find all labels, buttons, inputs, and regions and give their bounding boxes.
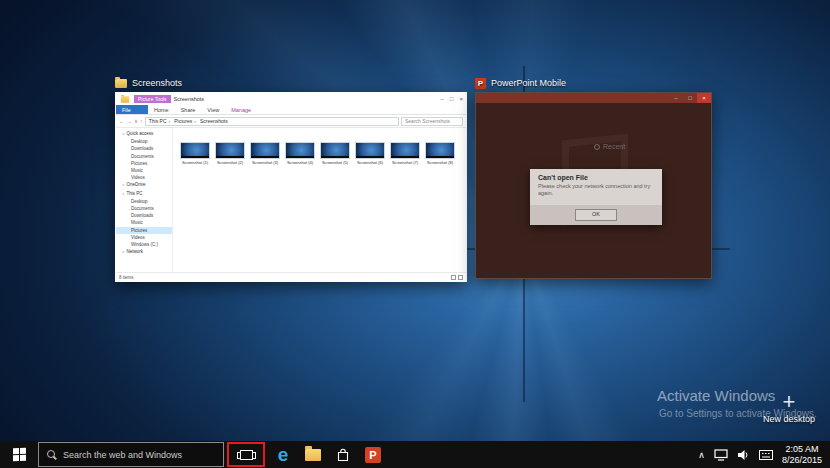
file-name: Screenshot (5) — [319, 160, 351, 165]
sidebar-item-pc-desktop[interactable]: Desktop — [116, 198, 172, 205]
sidebar-item-network[interactable]: Network — [116, 248, 172, 256]
clock-time: 2:05 AM — [782, 444, 822, 455]
edge-taskbar-button[interactable]: e — [268, 441, 298, 468]
sidebar-item-pc-pictures[interactable]: Pictures — [116, 227, 172, 234]
dropdown-icon[interactable]: ∨ — [134, 118, 138, 124]
tab-share[interactable]: Share — [175, 105, 202, 114]
sidebar-item-downloads[interactable]: Downloads — [116, 145, 172, 152]
breadcrumb[interactable]: This PC Pictures Screenshots — [145, 117, 399, 126]
file-thumbnail — [425, 142, 455, 159]
sidebar-item-videos[interactable]: Videos — [116, 174, 172, 181]
tab-file[interactable]: File — [116, 105, 148, 114]
new-desktop-label: New desktop — [754, 414, 824, 424]
close-icon[interactable]: × — [459, 96, 463, 102]
network-icon[interactable] — [714, 449, 728, 461]
tab-manage[interactable]: Manage — [225, 105, 257, 114]
file-thumbnail — [180, 142, 210, 159]
edge-icon: e — [278, 445, 289, 464]
file-item[interactable]: Screenshot (5) — [319, 142, 351, 165]
taskview-window-explorer[interactable]: Screenshots Picture Tools Screenshots – … — [115, 76, 467, 282]
sidebar-item-pc-documents[interactable]: Documents — [116, 205, 172, 212]
sidebar-item-pictures[interactable]: Pictures — [116, 160, 172, 167]
picture-tools-tab[interactable]: Picture Tools — [134, 95, 171, 103]
file-name: Screenshot (3) — [249, 160, 281, 165]
forward-icon[interactable]: → — [127, 118, 133, 124]
tab-view[interactable]: View — [201, 105, 225, 114]
file-thumbnail — [215, 142, 245, 159]
file-name: Screenshot (6) — [354, 160, 386, 165]
clock-date: 8/26/2015 — [782, 455, 822, 466]
sidebar-item-windows-c[interactable]: Windows (C:) — [116, 241, 172, 248]
breadcrumb-this-pc[interactable]: This PC — [149, 118, 172, 124]
taskview-window-header: P PowerPoint Mobile — [475, 76, 712, 90]
nav-arrows: ← → ∨ ↑ — [119, 118, 143, 124]
taskbar: Search the web and Windows e P ∧ — [0, 441, 830, 468]
sidebar-item-music[interactable]: Music — [116, 167, 172, 174]
explorer-status-bar: 8 items — [116, 272, 466, 281]
explorer-window-thumbnail[interactable]: Picture Tools Screenshots – □ × File Hom… — [115, 92, 467, 282]
plus-icon: + — [754, 392, 824, 412]
file-item[interactable]: Screenshot (1) — [179, 142, 211, 165]
new-desktop-button[interactable]: + New desktop — [754, 392, 824, 424]
file-item[interactable]: Screenshot (6) — [354, 142, 386, 165]
taskview-window-powerpoint[interactable]: P PowerPoint Mobile – □ × Recent Can't o… — [475, 76, 712, 279]
details-view-icon[interactable] — [451, 275, 456, 280]
ok-button[interactable]: OK — [575, 209, 617, 221]
file-thumbnail — [250, 142, 280, 159]
task-view-icon — [240, 450, 253, 460]
sidebar-item-onedrive[interactable]: OneDrive — [116, 181, 172, 189]
maximize-icon[interactable]: □ — [450, 96, 454, 102]
windows-logo-icon — [13, 448, 26, 462]
file-item[interactable]: Screenshot (2) — [214, 142, 246, 165]
touch-keyboard-icon[interactable] — [759, 450, 773, 460]
file-explorer-taskbar-button[interactable] — [298, 441, 328, 468]
powerpoint-taskbar-button[interactable]: P — [358, 441, 388, 468]
hidden-icons-chevron[interactable]: ∧ — [698, 450, 705, 460]
maximize-icon[interactable]: □ — [683, 93, 697, 103]
sidebar-item-documents[interactable]: Documents — [116, 153, 172, 160]
sidebar-item-quick-access[interactable]: Quick access — [116, 130, 172, 138]
file-item[interactable]: Screenshot (8) — [424, 142, 456, 165]
start-button[interactable] — [0, 441, 38, 468]
store-taskbar-button[interactable] — [328, 441, 358, 468]
sidebar-item-this-pc[interactable]: This PC — [116, 190, 172, 198]
file-item[interactable]: Screenshot (7) — [389, 142, 421, 165]
file-item[interactable]: Screenshot (4) — [284, 142, 316, 165]
thumbnail-view-icon[interactable] — [458, 275, 463, 280]
file-explorer-icon — [305, 449, 321, 461]
up-icon[interactable]: ↑ — [140, 118, 143, 124]
folder-icon — [115, 79, 127, 88]
error-dialog: Can't open File Please check your networ… — [530, 169, 662, 225]
error-dialog-button-row: OK — [530, 205, 662, 225]
desktop: Screenshots Picture Tools Screenshots – … — [0, 0, 830, 468]
powerpoint-titlebar: – □ × — [476, 93, 711, 103]
explorer-search-input[interactable]: Search Screenshots — [401, 117, 463, 126]
sidebar-item-desktop[interactable]: Desktop — [116, 138, 172, 145]
recent-section: Recent — [594, 143, 625, 150]
volume-icon[interactable] — [737, 449, 750, 461]
sidebar-item-pc-downloads[interactable]: Downloads — [116, 212, 172, 219]
file-name: Screenshot (1) — [179, 160, 211, 165]
powerpoint-window-thumbnail[interactable]: – □ × Recent Can't open File Please chec… — [475, 92, 712, 279]
task-view-button[interactable] — [227, 442, 265, 467]
minimize-icon[interactable]: – — [669, 93, 683, 103]
explorer-file-list: Screenshot (1) Screenshot (2) Screenshot… — [173, 128, 466, 272]
tab-home[interactable]: Home — [148, 105, 175, 114]
taskview-window-header: Screenshots — [115, 76, 467, 90]
breadcrumb-screenshots[interactable]: Screenshots — [200, 118, 228, 124]
sidebar-item-pc-music[interactable]: Music — [116, 219, 172, 226]
minimize-icon[interactable]: – — [441, 96, 444, 102]
taskview-window-title: PowerPoint Mobile — [491, 78, 566, 88]
file-item[interactable]: Screenshot (3) — [249, 142, 281, 165]
explorer-app-icon — [121, 96, 129, 102]
file-name: Screenshot (4) — [284, 160, 316, 165]
taskbar-clock[interactable]: 2:05 AM 8/26/2015 — [782, 444, 822, 465]
close-icon[interactable]: × — [697, 93, 711, 103]
file-thumbnail — [390, 142, 420, 159]
back-icon[interactable]: ← — [119, 118, 125, 124]
taskbar-search-input[interactable]: Search the web and Windows — [38, 442, 224, 467]
breadcrumb-pictures[interactable]: Pictures — [174, 118, 198, 124]
sidebar-item-pc-videos[interactable]: Videos — [116, 234, 172, 241]
explorer-window-title: Screenshots — [174, 96, 205, 102]
file-thumbnail — [285, 142, 315, 159]
